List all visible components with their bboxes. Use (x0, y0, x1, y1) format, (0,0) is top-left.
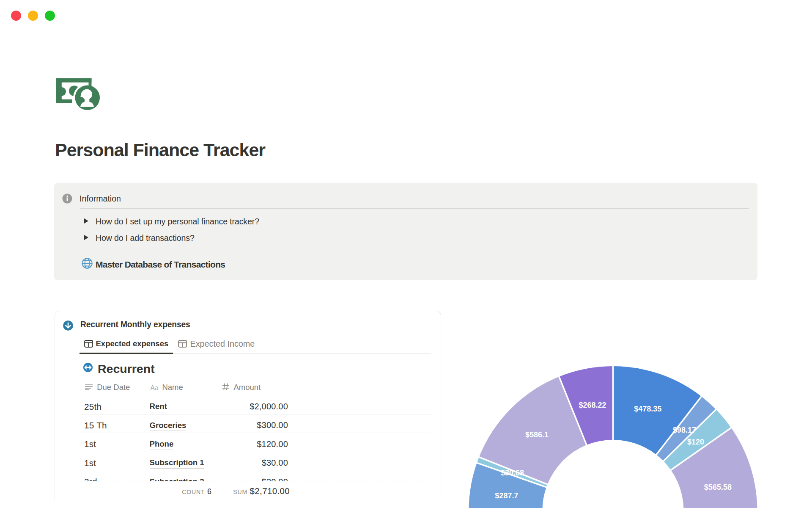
svg-text:$586.1: $586.1 (525, 431, 549, 439)
svg-text:$30.68: $30.68 (501, 469, 524, 477)
svg-text:$98.17: $98.17 (673, 426, 696, 434)
svg-text:$478.35: $478.35 (634, 405, 661, 413)
svg-text:$120: $120 (687, 438, 704, 446)
svg-text:$268.22: $268.22 (579, 401, 606, 409)
svg-text:$287.7: $287.7 (495, 491, 518, 500)
svg-text:$565.58: $565.58 (704, 483, 732, 491)
